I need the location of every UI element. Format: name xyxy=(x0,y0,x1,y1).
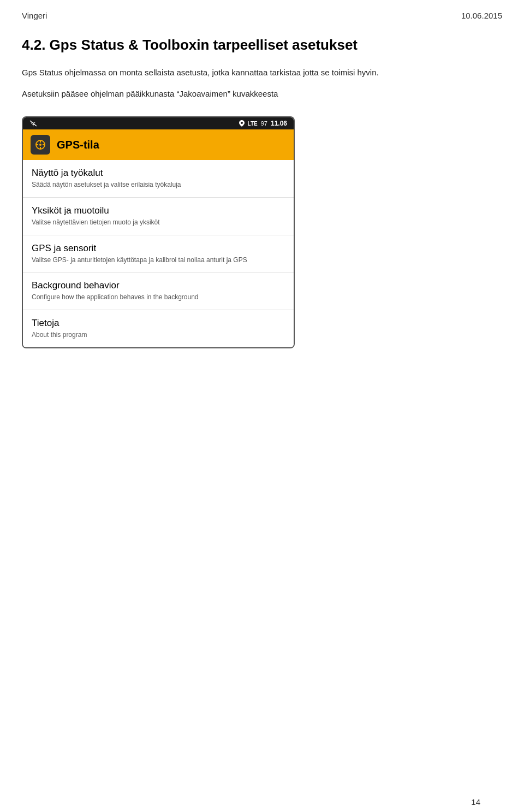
menu-item[interactable]: Näyttö ja työkalutSäädä näytön asetukset… xyxy=(23,160,294,198)
app-title: GPS-tila xyxy=(57,139,99,151)
brand-label: Vingeri xyxy=(22,11,47,20)
menu-item-subtitle: Valitse GPS- ja anturitietojen käyttötap… xyxy=(32,256,285,265)
battery-level: 97 xyxy=(261,120,267,127)
status-bar: LTE 97 11.06 xyxy=(23,117,294,129)
menu-item[interactable]: Yksiköt ja muotoiluValitse näytettävien … xyxy=(23,198,294,235)
wifi-off-icon xyxy=(29,120,37,127)
svg-point-2 xyxy=(241,122,243,124)
body-text: Gps Status ohjelmassa on monta sellaista… xyxy=(22,67,502,79)
app-header: GPS-tila xyxy=(23,129,294,160)
date-label: 10.06.2015 xyxy=(461,11,502,20)
page-number: 14 xyxy=(471,797,480,807)
gps-icon xyxy=(34,138,47,151)
menu-list: Näyttö ja työkalutSäädä näytön asetukset… xyxy=(23,160,294,347)
app-icon xyxy=(31,135,50,155)
menu-item-title: Yksiköt ja muotoilu xyxy=(32,205,285,216)
svg-point-1 xyxy=(33,126,34,127)
phone-mockup: LTE 97 11.06 GPS-tila xyxy=(22,116,295,348)
menu-item[interactable]: Background behaviorConfigure how the app… xyxy=(23,272,294,310)
status-bar-right: LTE 97 11.06 xyxy=(239,120,287,127)
svg-line-0 xyxy=(30,121,37,126)
lte-label: LTE xyxy=(248,121,258,127)
section-title: 4.2. Gps Status & Toolboxin tarpeelliset… xyxy=(22,37,502,54)
menu-item-subtitle: About this program xyxy=(32,330,285,340)
instruction-text: Asetuksiin pääsee ohjelman pääikkunasta … xyxy=(22,88,502,100)
menu-item-subtitle: Configure how the application behaves in… xyxy=(32,293,285,302)
svg-point-8 xyxy=(39,144,41,146)
status-bar-left xyxy=(29,120,37,127)
status-time: 11.06 xyxy=(271,120,287,127)
menu-item-title: Background behavior xyxy=(32,280,285,291)
menu-item-subtitle: Valitse näytettävien tietojen muoto ja y… xyxy=(32,218,285,227)
location-icon xyxy=(239,120,245,127)
menu-item-title: Tietoja xyxy=(32,318,285,329)
menu-item-title: Näyttö ja työkalut xyxy=(32,168,285,179)
menu-item-title: GPS ja sensorit xyxy=(32,243,285,254)
menu-item-subtitle: Säädä näytön asetukset ja valitse erilai… xyxy=(32,180,285,189)
menu-item[interactable]: TietojaAbout this program xyxy=(23,310,294,347)
menu-item[interactable]: GPS ja sensoritValitse GPS- ja anturitie… xyxy=(23,235,294,273)
page-header: Vingeri 10.06.2015 xyxy=(22,11,502,20)
